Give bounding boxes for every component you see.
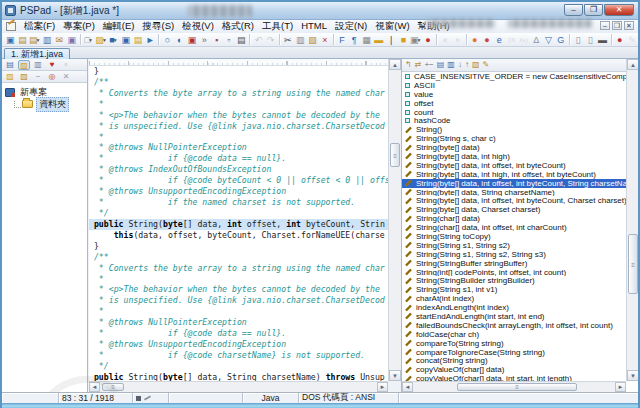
file-template-icon[interactable]: ▤▼ (29, 34, 41, 46)
save-file-icon[interactable]: ■▼ (107, 34, 119, 46)
code-line[interactable]: public String(byte[] data, String charse… (89, 372, 388, 381)
code-line[interactable]: * (89, 99, 388, 110)
search-in-files-icon[interactable]: ▣ (186, 34, 198, 46)
explorer-item[interactable]: String(String s1, String s2, String s3) (402, 250, 626, 259)
tab-new1-java[interactable]: 1. 新增1.java (4, 48, 70, 59)
editor-vscrollbar[interactable]: ▲ ≡ ▼ (388, 59, 400, 381)
explorer-item[interactable]: ASCII (402, 81, 626, 90)
explorer-item[interactable]: copyValueOf(char[] data) (402, 365, 626, 374)
code-line[interactable]: * @throws UnsupportedEncodingException (89, 339, 388, 350)
lock-file-icon[interactable]: ■ (397, 34, 409, 46)
on-toggle-icon[interactable]: ON (505, 34, 517, 46)
window-panel-icon[interactable]: ▥ (32, 60, 44, 70)
explorer-item[interactable]: String(String toCopy) (402, 232, 626, 241)
paragraph-icon[interactable]: ¶ (348, 34, 360, 46)
code-line[interactable]: * (89, 306, 388, 317)
code-line[interactable]: * (89, 274, 388, 285)
save-all-icon[interactable]: ▣ (120, 34, 132, 46)
paste-icon[interactable]: ▧ (306, 34, 318, 46)
reload-file-icon[interactable]: ▤ (132, 34, 144, 46)
menu-item-6[interactable]: 工具(T) (258, 20, 297, 33)
file-copy-icon[interactable]: ▤ (16, 34, 28, 46)
code-line[interactable]: } (89, 241, 388, 252)
marker-icon[interactable]: ▪ (211, 34, 223, 46)
dropdown-arrow-icon[interactable]: ▼ (88, 37, 93, 43)
key-toggle-icon[interactable]: Key (518, 34, 530, 46)
scroll-up-icon[interactable]: ▲ (389, 59, 401, 70)
scroll-right-icon[interactable]: ► (615, 382, 626, 392)
explorer-item[interactable]: String() (402, 125, 626, 134)
code-editor[interactable]: } /** * Converts the byte array to a str… (89, 59, 388, 381)
explorer-item[interactable]: offset (402, 99, 626, 108)
code-line[interactable]: * @throws NullPointerException (89, 142, 388, 153)
explorer-item[interactable]: String(StringBuilder stringBuilder) (402, 276, 626, 285)
explorer-item[interactable]: hashCode (402, 116, 626, 125)
snapshot-icon[interactable]: ▣▼ (410, 34, 422, 46)
highlight-icon[interactable]: ▬ (373, 34, 385, 46)
frame-icon[interactable]: ▦ (360, 34, 372, 46)
scroll-down-icon[interactable]: ▼ (627, 370, 639, 381)
explorer-item[interactable]: String(int[] codePoints, int offset, int… (402, 268, 626, 277)
explorer-item[interactable]: concat(String string) (402, 357, 626, 366)
collapse-tree-icon[interactable]: − (32, 72, 44, 82)
minimize-button[interactable]: – (564, 4, 583, 16)
scroll-up-icon[interactable]: ▲ (627, 59, 639, 70)
code-line[interactable]: this(data, offset, byteCount, Charset.fo… (89, 230, 388, 241)
explorer-item[interactable]: value (402, 90, 626, 99)
list-view-icon[interactable]: ▥ (447, 60, 455, 70)
editor-hscroll-thumb[interactable]: ≡ (102, 383, 124, 391)
indent-icon[interactable]: « (439, 34, 451, 46)
code-line[interactable]: * <p>The behavior when the bytes cannot … (89, 284, 388, 295)
explorer-item[interactable]: String(byte[] data, int offset, int byte… (402, 161, 626, 170)
open-folder-icon[interactable]: ▨ (18, 72, 30, 82)
menu-item-4[interactable]: 檢視(V) (178, 20, 218, 33)
opera-icon[interactable]: ● (481, 34, 493, 46)
explorer-item[interactable]: String(byte[] data, int offset, int byte… (402, 179, 626, 188)
sort-toggle-icon[interactable]: ⇄ (415, 60, 422, 70)
mdi-close-button[interactable]: ✕ (624, 21, 634, 30)
dropdown-arrow-icon[interactable]: ▼ (417, 37, 422, 43)
edit-macro-icon[interactable]: ✎ (626, 34, 638, 46)
code-line[interactable]: /** (89, 252, 388, 263)
explorer-item[interactable]: copyValueOf(char[] data, int start, int … (402, 374, 626, 381)
delete-icon[interactable]: × (319, 34, 331, 46)
code-line[interactable]: * if {@code charsetName} is not supporte… (89, 350, 388, 361)
filter-icon[interactable]: ▽ (542, 34, 554, 46)
maximize-button[interactable]: ❐ (584, 4, 603, 16)
favorites-panel-icon[interactable]: ♥ (46, 60, 58, 70)
bookmark-icon[interactable]: ► (144, 34, 156, 46)
search-icon[interactable]: ○ (161, 34, 173, 46)
remove-folder-icon[interactable]: ✕ (60, 72, 72, 82)
menu-item-9[interactable]: 視窗(W) (371, 20, 413, 33)
mdi-minimize-button[interactable]: – (600, 21, 610, 30)
code-line[interactable]: * if {@code data == null}. (89, 328, 388, 339)
menu-item-0[interactable]: 檔案(F) (20, 20, 59, 33)
undo-icon[interactable]: ↶ (252, 34, 264, 46)
code-line[interactable]: * @throws IndexOutOfBoundsException (89, 164, 388, 175)
tree-item-folder[interactable]: 資料夾 (2, 98, 87, 110)
code-line[interactable]: * is unspecified. Use {@link java.nio.ch… (89, 121, 388, 132)
dropdown-arrow-icon[interactable]: ▼ (113, 37, 118, 43)
code-line[interactable]: * if the named charset is not supported. (89, 197, 388, 208)
mdi-restore-button[interactable]: ❐ (612, 21, 622, 30)
explorer-hscroll-thumb[interactable]: ≡ (457, 383, 577, 391)
explorer-item[interactable]: compareTo(String string) (402, 339, 626, 348)
explorer-item[interactable]: String(byte[] data) (402, 143, 626, 152)
menu-item-8[interactable]: 設定(N) (331, 20, 371, 33)
scroll-down-icon[interactable]: ▼ (389, 370, 401, 381)
copy-member-icon[interactable]: ▧ (472, 60, 480, 70)
scroll-left-icon[interactable]: ◄ (89, 382, 100, 392)
code-line[interactable]: */ (89, 208, 388, 219)
explorer-item[interactable]: String(byte[] data, String charsetName) (402, 188, 626, 197)
new-window-icon[interactable]: ▯ (584, 34, 596, 46)
code-line[interactable]: } (89, 66, 388, 77)
sort-asc-icon[interactable]: ↓ (458, 60, 462, 70)
sort-desc-icon[interactable]: ↑ (465, 60, 469, 70)
code-line[interactable]: * Converts the byte array to a string us… (89, 88, 388, 99)
explorer-item[interactable]: String(byte[] data, Charset charset) (402, 205, 626, 214)
dropdown-arrow-icon[interactable]: ▼ (36, 37, 41, 43)
ie-icon[interactable]: e (493, 34, 505, 46)
explorer-item[interactable]: String(String s1, int v1) (402, 285, 626, 294)
explorer-item[interactable]: indexAndLength(int index) (402, 303, 626, 312)
files-panel-icon[interactable]: ▫ (60, 60, 72, 70)
